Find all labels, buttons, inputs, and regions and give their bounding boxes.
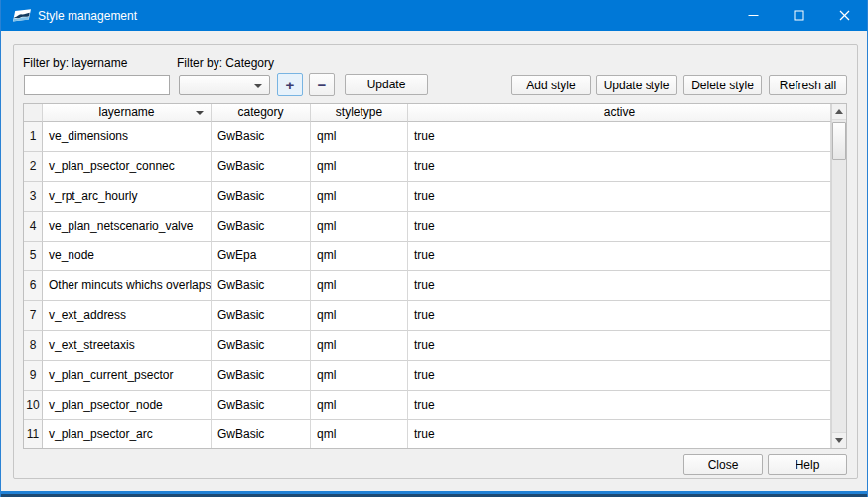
scroll-up-button[interactable]	[832, 104, 846, 120]
giswater-logo-icon	[12, 8, 32, 23]
category-filter-dropdown[interactable]	[179, 75, 270, 95]
header-category[interactable]: category	[212, 104, 311, 122]
table-row[interactable]: 10 v_plan_psector_node GwBasic qml true	[24, 391, 831, 420]
style-management-window: Style management Filter by: layername Fi…	[0, 0, 868, 497]
chevron-down-icon	[254, 84, 262, 88]
table-row[interactable]: 8 v_ext_streetaxis GwBasic qml true	[24, 331, 831, 361]
cell-category[interactable]: GwBasic	[212, 420, 311, 449]
close-icon	[839, 10, 850, 21]
row-number[interactable]: 9	[24, 361, 43, 391]
cell-layername[interactable]: Other mincuts whichs overlaps	[43, 271, 212, 301]
row-number[interactable]: 7	[24, 301, 43, 331]
layername-filter-input[interactable]	[24, 75, 170, 95]
update-button[interactable]: Update	[345, 74, 428, 95]
titlebar: Style management	[1, 0, 867, 31]
table-row[interactable]: 3 v_rpt_arc_hourly GwBasic qml true	[24, 182, 831, 212]
cell-styletype[interactable]: qml	[311, 271, 408, 301]
table-row[interactable]: 9 v_plan_current_psector GwBasic qml tru…	[24, 361, 831, 391]
row-number[interactable]: 11	[24, 420, 43, 449]
cell-category[interactable]: GwBasic	[212, 301, 311, 331]
cell-active[interactable]: true	[408, 391, 831, 420]
cell-active[interactable]: true	[408, 420, 831, 449]
cell-styletype[interactable]: qml	[311, 152, 408, 182]
cell-layername[interactable]: ve_dimensions	[43, 122, 212, 152]
cell-styletype[interactable]: qml	[311, 420, 408, 449]
cell-layername[interactable]: v_ext_address	[43, 301, 212, 331]
header-layername[interactable]: layername	[43, 104, 212, 122]
cell-layername[interactable]: ve_node	[43, 242, 212, 271]
maximize-button[interactable]	[776, 0, 821, 31]
close-button[interactable]: Close	[683, 454, 763, 475]
cell-category[interactable]: GwEpa	[212, 242, 311, 271]
header-styletype[interactable]: styletype	[311, 104, 408, 122]
window-bottom-border	[1, 490, 867, 497]
delete-style-button[interactable]: Delete style	[683, 75, 762, 95]
cell-active[interactable]: true	[408, 212, 831, 242]
scrollbar-thumb[interactable]	[832, 122, 846, 160]
table-row[interactable]: 7 v_ext_address GwBasic qml true	[24, 301, 831, 331]
cell-category[interactable]: GwBasic	[212, 361, 311, 391]
cell-active[interactable]: true	[408, 122, 831, 152]
maximize-icon	[794, 10, 804, 21]
row-number[interactable]: 4	[24, 212, 43, 242]
category-filter-label: Filter by: Category	[177, 56, 274, 70]
cell-category[interactable]: GwBasic	[212, 212, 311, 242]
cell-layername[interactable]: v_ext_streetaxis	[43, 331, 212, 361]
cell-active[interactable]: true	[408, 152, 831, 182]
cell-active[interactable]: true	[408, 242, 831, 271]
cell-layername[interactable]: v_rpt_arc_hourly	[43, 182, 212, 212]
table-row[interactable]: 5 ve_node GwEpa qml true	[24, 242, 831, 271]
add-style-button[interactable]: Add style	[511, 75, 591, 95]
close-window-button[interactable]	[821, 0, 867, 31]
sort-descending-icon	[196, 111, 204, 115]
header-active[interactable]: active	[408, 104, 831, 122]
cell-layername[interactable]: v_plan_psector_node	[43, 391, 212, 420]
row-number[interactable]: 2	[24, 152, 43, 182]
cell-styletype[interactable]: qml	[311, 242, 408, 271]
cell-active[interactable]: true	[408, 271, 831, 301]
refresh-all-button[interactable]: Refresh all	[769, 75, 847, 95]
vertical-scrollbar[interactable]	[831, 104, 846, 448]
table-row[interactable]: 11 v_plan_psector_arc GwBasic qml true	[24, 420, 831, 449]
cell-styletype[interactable]: qml	[311, 301, 408, 331]
cell-styletype[interactable]: qml	[311, 182, 408, 212]
cell-category[interactable]: GwBasic	[212, 122, 311, 152]
cell-layername[interactable]: ve_plan_netscenario_valve	[43, 212, 212, 242]
row-number[interactable]: 6	[24, 271, 43, 301]
cell-styletype[interactable]: qml	[311, 331, 408, 361]
scroll-down-button[interactable]	[832, 432, 846, 448]
cell-styletype[interactable]: qml	[311, 122, 408, 152]
cell-layername[interactable]: v_plan_current_psector	[43, 361, 212, 391]
cell-active[interactable]: true	[408, 361, 831, 391]
cell-active[interactable]: true	[408, 301, 831, 331]
row-number[interactable]: 1	[24, 122, 43, 152]
row-number[interactable]: 8	[24, 331, 43, 361]
cell-category[interactable]: GwBasic	[212, 331, 311, 361]
cell-styletype[interactable]: qml	[311, 391, 408, 420]
table-row[interactable]: 6 Other mincuts whichs overlaps GwBasic …	[24, 271, 831, 301]
cell-active[interactable]: true	[408, 331, 831, 361]
minimize-icon	[748, 10, 759, 21]
cell-category[interactable]: GwBasic	[212, 152, 311, 182]
table-row[interactable]: 4 ve_plan_netscenario_valve GwBasic qml …	[24, 212, 831, 242]
cell-styletype[interactable]: qml	[311, 212, 408, 242]
table-row[interactable]: 1 ve_dimensions GwBasic qml true	[24, 122, 831, 152]
cell-category[interactable]: GwBasic	[212, 271, 311, 301]
cell-category[interactable]: GwBasic	[212, 182, 311, 212]
minimize-button[interactable]	[730, 0, 776, 31]
row-number[interactable]: 3	[24, 182, 43, 212]
update-style-button[interactable]: Update style	[596, 75, 677, 95]
row-number[interactable]: 5	[24, 242, 43, 271]
cell-layername[interactable]: v_plan_psector_arc	[43, 420, 212, 449]
remove-row-button[interactable]: −	[309, 73, 335, 96]
cell-layername[interactable]: v_plan_psector_connec	[43, 152, 212, 182]
cell-styletype[interactable]: qml	[311, 361, 408, 391]
cell-active[interactable]: true	[408, 182, 831, 212]
header-corner-cell[interactable]	[24, 104, 43, 122]
row-number[interactable]: 10	[24, 391, 43, 420]
add-row-button[interactable]: +	[277, 73, 303, 96]
layername-filter-label: Filter by: layername	[23, 56, 127, 70]
table-row[interactable]: 2 v_plan_psector_connec GwBasic qml true	[24, 152, 831, 182]
cell-category[interactable]: GwBasic	[212, 391, 311, 420]
help-button[interactable]: Help	[768, 454, 847, 475]
